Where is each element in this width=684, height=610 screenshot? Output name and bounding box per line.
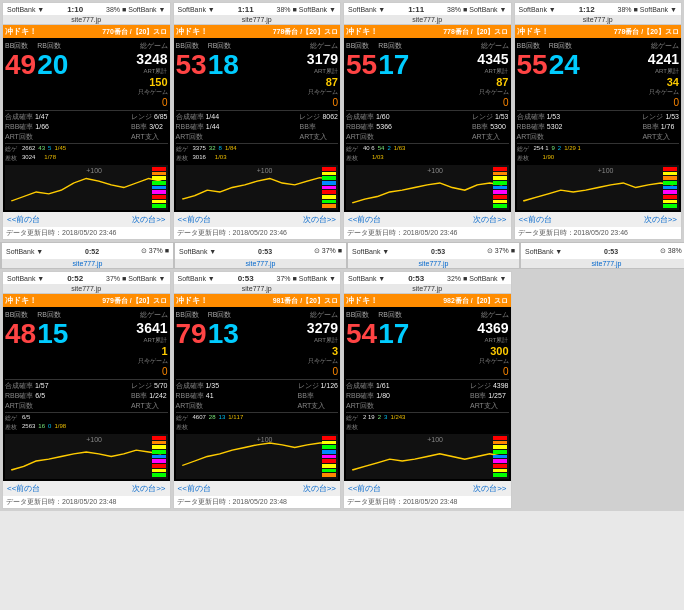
color-bar <box>493 200 507 204</box>
sep-wrap: SoftBank ▼0:53⊙ 37% ■site777.jp <box>348 243 519 268</box>
color-bar <box>493 469 507 473</box>
stat-row: RBB確率 1/66 <box>5 122 49 132</box>
chart-area: +100 <box>346 165 509 210</box>
stat-row: RBB確率 6/5 <box>5 391 49 401</box>
header-title: 冲ドキ！ <box>176 26 208 37</box>
nav-bar[interactable]: <<前の台 次の台>> <box>174 481 341 496</box>
top-stats-row: BB回数 49 RB回数 20 総ゲーム 3248 ART累計 150 只今ゲー… <box>5 40 168 109</box>
color-bar <box>152 176 166 180</box>
total-game-label: 総ゲーム <box>136 310 167 320</box>
right-stats: 総ゲーム 3279 ART累計 3 只今ゲーム 0 <box>307 310 338 377</box>
row-v3: 3 <box>384 414 387 423</box>
status-bar: SoftBank ▼0:5332% ■ SoftBank ▼ <box>344 272 511 284</box>
phone-screen: SoftBank ▼0:5237% ■ SoftBank ▼site777.jp… <box>2 271 171 509</box>
carrier-left: SoftBank ▼ <box>348 275 385 282</box>
slot-header: 冲ドキ！982番台 /【20】スロ <box>344 294 511 307</box>
next-button[interactable]: 次の台>> <box>644 214 677 225</box>
stat-val: 1/126 <box>320 382 338 389</box>
row-label: 総ゲ <box>176 414 190 423</box>
next-button[interactable]: 次の台>> <box>473 483 506 494</box>
header-title: 冲ドキ！ <box>5 26 37 37</box>
stat-label: 合成確率 <box>517 113 547 120</box>
row-v4: 1/243 <box>390 414 405 423</box>
color-bar <box>322 464 336 468</box>
nav-bar[interactable]: <<前の台 次の台>> <box>3 481 170 496</box>
bb-rb-numbers: BB回数 54 RB回数 17 <box>346 310 409 348</box>
nav-bar[interactable]: <<前の台 次の台>> <box>344 212 511 227</box>
row-v3: 13 <box>219 414 226 423</box>
next-button[interactable]: 次の台>> <box>303 214 336 225</box>
now-game-label: 只今ゲーム <box>307 357 338 366</box>
color-bar <box>152 455 166 459</box>
color-bars <box>663 167 677 208</box>
slot-label: 981番台 /【20】スロ <box>273 296 338 306</box>
nav-bar[interactable]: <<前の台 次の台>> <box>515 212 682 227</box>
prev-button[interactable]: <<前の台 <box>519 214 552 225</box>
next-button[interactable]: 次の台>> <box>132 214 165 225</box>
total-game-label: 総ゲーム <box>477 41 508 51</box>
header-title: 冲ドキ！ <box>176 295 208 306</box>
stat-label: 合成確率 <box>5 113 35 120</box>
prev-button[interactable]: <<前の台 <box>7 214 40 225</box>
bottom-row: 差枚 1/90 <box>517 154 680 163</box>
chart-area: +100 <box>346 434 509 479</box>
nav-bar[interactable]: <<前の台 次の台>> <box>174 212 341 227</box>
bottom-row: 総ゲ 6/5 <box>5 414 168 423</box>
header-title: 冲ドキ！ <box>517 26 549 37</box>
sep-battery: ⊙ 38% ■ <box>660 247 684 255</box>
color-bar <box>152 464 166 468</box>
stat-label: レンジ <box>470 382 493 389</box>
prev-button[interactable]: <<前の台 <box>348 483 381 494</box>
chart-area: +100 <box>176 165 339 210</box>
prev-button[interactable]: <<前の台 <box>178 214 211 225</box>
color-bar <box>663 172 677 176</box>
stat-label: BB率 <box>470 392 488 399</box>
bottom-row: 差枚 <box>346 423 509 432</box>
slot-header: 冲ドキ！979番台 /【20】スロ <box>3 294 170 307</box>
prev-button[interactable]: <<前の台 <box>7 483 40 494</box>
sep-wrap: SoftBank ▼0:52⊙ 37% ■site777.jp <box>2 243 173 268</box>
prev-button[interactable]: <<前の台 <box>348 214 381 225</box>
slot-header: 冲ドキ！770番台 /【20】スロ <box>3 25 170 38</box>
next-button[interactable]: 次の台>> <box>473 214 506 225</box>
url-bar: site777.jp <box>3 284 170 294</box>
color-bar <box>322 455 336 459</box>
bb-rb-numbers: BB回数 55 RB回数 17 <box>346 41 409 79</box>
color-bar <box>322 190 336 194</box>
time: 1:10 <box>67 5 83 14</box>
next-button[interactable]: 次の台>> <box>303 483 336 494</box>
stat-row: 合成確率 1/44 <box>176 112 220 122</box>
url-bar: site777.jp <box>174 284 341 294</box>
next-button[interactable]: 次の台>> <box>132 483 165 494</box>
top-stats-row: BB回数 54 RB回数 17 総ゲーム 4369 ART累計 300 只今ゲー… <box>346 309 509 378</box>
stat-label: レンジ <box>298 382 321 389</box>
card-body: BB回数 79 RB回数 13 総ゲーム 3279 ART累計 3 只今ゲーム … <box>174 307 341 481</box>
row-v1: 4607 <box>193 414 206 423</box>
row-v1: 6/5 <box>22 414 30 423</box>
carrier-left: SoftBank ▼ <box>7 275 44 282</box>
stat-val: 1/257 <box>488 392 506 399</box>
color-bars <box>493 167 507 208</box>
bottom-row: 総ゲ 4607 28 13 1/117 <box>176 414 339 423</box>
stat-val: 5300 <box>490 123 506 130</box>
stat-val: 1/61 <box>376 382 390 389</box>
color-bar <box>663 204 677 208</box>
color-bar <box>493 204 507 208</box>
stat-label: BB率 <box>131 392 149 399</box>
stat-row: ART回数 <box>176 401 220 411</box>
stat-label: ART回数 <box>346 402 374 409</box>
bb-number: 48 <box>5 320 36 348</box>
top-stats-row: BB回数 53 RB回数 18 総ゲーム 3179 ART累計 87 只今ゲーム… <box>176 40 339 109</box>
rb-number: 15 <box>37 320 68 348</box>
stat-row: 合成確率 1/61 <box>346 381 390 391</box>
row-v3: 2 <box>387 145 390 154</box>
phone-screen: SoftBank ▼1:1038% ■ SoftBank ▼site777.jp… <box>2 2 171 240</box>
nav-bar[interactable]: <<前の台 次の台>> <box>344 481 511 496</box>
stat-row: 合成確率 1/57 <box>5 381 49 391</box>
stat-label: BB率 <box>642 123 660 130</box>
color-bars <box>152 167 166 208</box>
stat-label: ART支入 <box>472 133 500 140</box>
prev-button[interactable]: <<前の台 <box>178 483 211 494</box>
color-bar <box>322 186 336 190</box>
nav-bar[interactable]: <<前の台 次の台>> <box>3 212 170 227</box>
